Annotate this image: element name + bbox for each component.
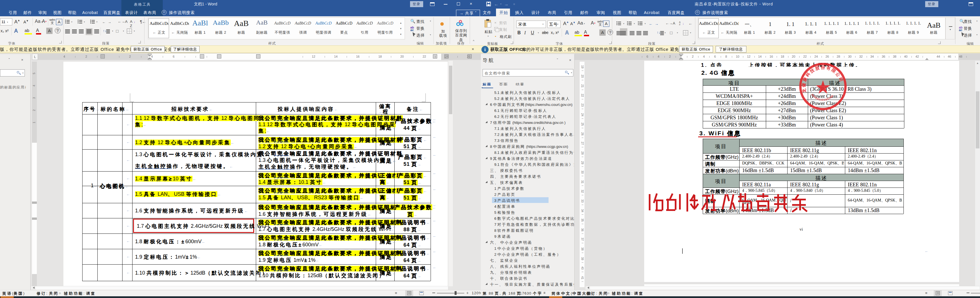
- svg-text:35020110155190: 35020110155190: [811, 94, 834, 101]
